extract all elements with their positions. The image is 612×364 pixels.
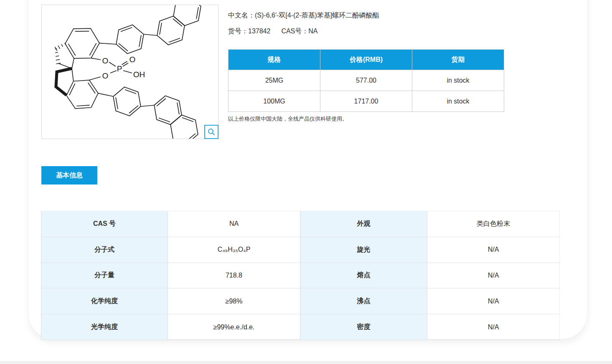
atom-label-o-top: O (102, 56, 109, 65)
price-cell-leadtime: in stock (412, 91, 504, 112)
property-label: CAS 号 (41, 211, 168, 237)
price-table: 规格 价格(RMB) 货期 25MG 577.00 in stock 100MG… (228, 49, 504, 112)
property-value: NA (168, 211, 300, 237)
price-cell-price: 1717.00 (320, 91, 412, 112)
price-header-spec: 规格 (229, 50, 320, 70)
price-table-row: 25MG 577.00 in stock (229, 70, 504, 91)
property-label: 旋光 (300, 237, 427, 263)
property-row: CAS 号 NA 外观 类白色粉末 (41, 211, 560, 237)
structure-image-panel: O O P OH O (41, 5, 218, 139)
product-name-line: 中文名：(S)-6,6'-双[4-(2-萘基)苯基]螺环二酚磷酸酯 (228, 11, 379, 20)
property-label: 分子式 (41, 237, 168, 263)
property-row: 光学纯度 ≥99%e.e./d.e. 密度 N/A (41, 314, 560, 340)
property-value: 类白色粉末 (427, 211, 560, 237)
property-row: 化学纯度 ≥98% 沸点 N/A (41, 288, 560, 314)
property-row: 分子量 718.8 熔点 N/A (41, 263, 560, 289)
price-cell-spec: 100MG (229, 91, 320, 112)
property-value: N/A (427, 237, 560, 263)
property-value: 718.8 (168, 263, 300, 288)
properties-table: CAS 号 NA 外观 类白色粉末 分子式 C₄₉H₃₅O₄P 旋光 N/A 分… (41, 211, 560, 340)
tab-basic-info[interactable]: 基本信息 (41, 166, 97, 185)
product-name-label: 中文名： (228, 12, 255, 19)
property-label: 外观 (300, 211, 427, 237)
price-table-header-row: 规格 价格(RMB) 货期 (229, 50, 504, 70)
sku-value: 137842 (248, 28, 270, 35)
property-value: ≥99%e.e./d.e. (168, 314, 300, 340)
product-sku-line: 货号：137842CAS号：NA (228, 27, 318, 36)
property-value: N/A (427, 314, 560, 340)
property-value: N/A (427, 288, 560, 314)
property-value: C₄₉H₃₅O₄P (168, 237, 300, 263)
property-value: N/A (427, 263, 560, 288)
price-table-row: 100MG 1717.00 in stock (229, 91, 504, 112)
atom-label-oh: OH (133, 70, 145, 79)
price-cell-price: 577.00 (320, 70, 412, 91)
property-value: ≥98% (168, 288, 300, 314)
page-bottom-divider (0, 361, 612, 364)
property-label: 化学纯度 (41, 288, 168, 314)
atom-label-o-bottom: O (102, 71, 109, 80)
magnifier-icon (207, 128, 216, 136)
product-name: (S)-6,6'-双[4-(2-萘基)苯基]螺环二酚磷酸酯 (255, 12, 379, 19)
molecule-structure: O O P OH O (42, 5, 218, 139)
product-detail-page: O O P OH O 中文名：(S)-6,6'-双[4-(2-萘基)苯基]螺环二… (0, 0, 612, 364)
property-label: 光学纯度 (41, 314, 168, 340)
price-header-leadtime: 货期 (412, 50, 504, 70)
cas-label: CAS号： (281, 28, 308, 35)
property-label: 密度 (300, 314, 427, 340)
property-label: 熔点 (300, 263, 427, 288)
price-cell-spec: 25MG (229, 70, 320, 91)
atom-label-o-double: O (130, 55, 136, 64)
price-header-price: 价格(RMB) (320, 50, 412, 70)
property-label: 沸点 (300, 288, 427, 314)
cas-value: NA (308, 28, 317, 35)
property-row: 分子式 C₄₉H₃₅O₄P 旋光 N/A (41, 237, 560, 263)
price-note: 以上价格仅限中国大陆，全线产品仅供科研使用。 (228, 115, 348, 123)
zoom-button[interactable] (204, 125, 218, 139)
sku-label: 货号： (228, 28, 248, 35)
property-label: 分子量 (41, 263, 168, 288)
price-cell-leadtime: in stock (412, 70, 504, 91)
atom-label-p: P (117, 64, 122, 73)
